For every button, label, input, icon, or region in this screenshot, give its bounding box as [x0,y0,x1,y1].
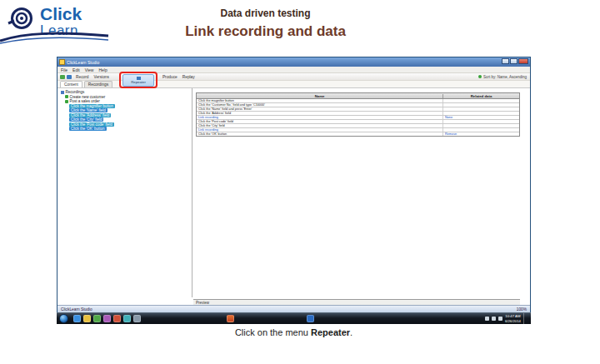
step-name-cell: Click the 'Post code' field [197,120,443,123]
record-icon[interactable] [60,75,65,79]
related-data-link[interactable]: Remove [443,132,519,136]
taskbar-app-icon[interactable] [123,315,131,322]
table-row[interactable]: Click the 'OK' button Remove [197,132,519,136]
close-button[interactable] [518,58,528,64]
sort-text: Sort by: Name, Ascending [483,75,527,79]
start-button[interactable] [59,314,68,323]
taskbar-app-icon[interactable] [93,315,101,322]
step-name-link[interactable]: Link recording [197,128,443,132]
open-icon[interactable] [67,75,72,79]
tree-selected-label: Click the 'Post code' field [69,122,114,127]
taskbar-app-icon[interactable] [133,315,141,322]
clock-time: 10:47 AM [505,314,521,319]
table-header-row: Name Related data [197,93,519,99]
window-app-icon [59,59,65,65]
step-name-cell: Click the 'Address' field [197,112,443,115]
taskbar-clock[interactable]: 10:47 AM 6/26/2014 [505,314,521,323]
column-header-related-data[interactable]: Related data [443,94,519,98]
status-zoom-text: 100% [517,307,527,312]
sort-control[interactable]: Sort by: Name, Ascending [478,75,530,79]
taskbar-pinned-app-icon[interactable] [307,315,314,322]
show-desktop-button[interactable] [523,313,528,325]
column-header-name[interactable]: Name [197,94,443,98]
tree-selected-label: Click the 'Name' field [69,108,108,112]
tree-selected-item[interactable]: Click the 'OK' button [58,127,192,132]
window-titlebar[interactable]: ClickLearn Studio [58,57,530,67]
slide-caption: Click on the menu Repeater. [57,327,531,337]
toolbar-record-button[interactable]: Record [73,75,91,79]
recordings-tree-panel: Recordings Create new customer Post a sa… [58,88,192,297]
tray-hidden-icons-icon[interactable] [485,317,489,321]
tree-selected-label: Click the 'City' field [69,117,103,122]
window-title: ClickLearn Studio [67,60,99,65]
caption-suffix: . [350,327,352,337]
tree-selected-label: Click the magnifier button [69,104,115,108]
tab-content[interactable]: Content [60,81,82,87]
menu-view[interactable]: View [85,67,94,72]
tree-selected-label: Click the 'Address' field [69,113,111,117]
check-icon [65,95,68,98]
volume-icon[interactable] [498,317,502,321]
network-icon[interactable] [492,317,496,321]
red-highlight-annotation [119,72,158,88]
tree-item-label: Create new customer [70,95,106,99]
menu-file[interactable]: File [61,67,68,72]
tree-root-label: Recordings [66,90,85,94]
slide-title: Link recording and data [0,23,531,40]
slide-subtitle: Data driven testing [0,7,531,19]
taskbar-pinned-app-icon[interactable] [227,315,234,322]
step-name-cell: Click the 'City' field [197,124,443,127]
minimize-button[interactable] [502,58,509,64]
toolbar-replay-button[interactable]: Replay [180,75,198,79]
steps-table: Name Related data Click the magnifier bu… [196,92,520,137]
windows-taskbar: 10:47 AM 6/26/2014 [57,312,531,324]
preview-bar[interactable]: Preview [193,299,520,305]
caption-repeater: Repeater [311,327,350,337]
steps-panel: Name Related data Click the magnifier bu… [193,88,529,297]
tree-item-label: Post a sales order [70,99,100,103]
related-data-link[interactable]: None [443,116,519,119]
folder-icon [61,91,64,94]
taskbar-explorer-icon[interactable] [83,315,91,322]
taskbar-icons [73,315,314,322]
tab-recordings[interactable]: Recordings [84,81,112,87]
taskbar-app-icon[interactable] [113,315,121,322]
system-tray: 10:47 AM 6/26/2014 [485,313,531,325]
step-name-cell: Click the 'OK' button [197,132,443,136]
preview-label: Preview [196,301,209,305]
tree-selected-label: Click the 'OK' button [69,127,107,131]
step-name-cell: Click the 'Name' field and press 'Enter' [197,107,443,111]
clock-date: 6/26/2014 [505,319,521,324]
step-name-cell: Click the magnifier button [197,99,443,102]
status-left-text: ClickLearn Studio [61,307,92,312]
taskbar-app-icon[interactable] [103,315,111,322]
taskbar-browser-icon[interactable] [73,315,81,322]
status-bar: ClickLearn Studio 100% [58,305,530,312]
slide: Click Learn Data driven testing Link rec… [0,0,600,364]
check-icon [65,100,68,103]
clicklearn-studio-window: ClickLearn Studio File Edit View Help Re… [57,57,531,312]
caption-prefix: Click on the menu [235,327,311,337]
menu-help[interactable]: Help [98,67,107,72]
step-name-link[interactable]: Link recording [197,116,443,119]
maximize-button[interactable] [510,58,518,64]
sort-icon [478,75,482,78]
step-name-cell: Click the 'Customer No.' field and type … [197,103,443,107]
app-screenshot: ClickLearn Studio File Edit View Help Re… [57,57,531,325]
toolbar-produce-button[interactable]: Produce [160,75,180,79]
toolbar-versions-button[interactable]: Versions [91,75,111,79]
menu-edit[interactable]: Edit [72,67,80,72]
